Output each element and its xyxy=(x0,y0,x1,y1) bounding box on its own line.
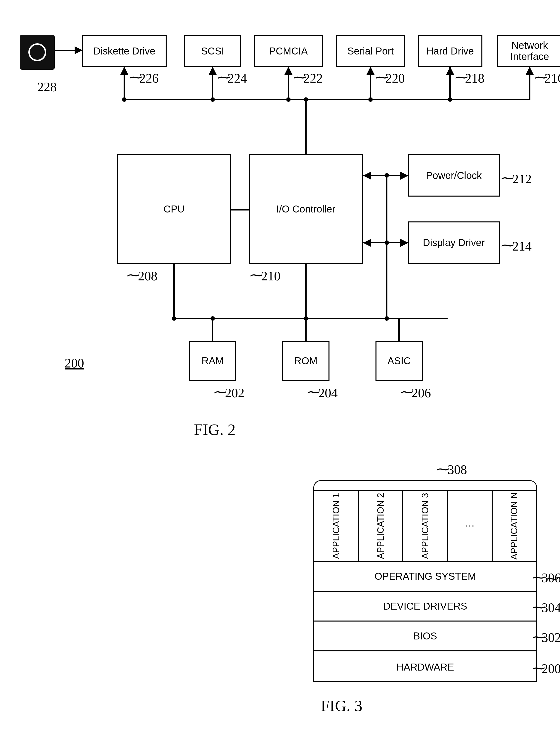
ref-204: 204 xyxy=(318,386,338,400)
hardware-label: HARDWARE xyxy=(396,662,454,673)
diskette-drive-box: Diskette Drive xyxy=(82,35,167,67)
diskette-drive-label: Diskette Drive xyxy=(93,46,155,57)
ref-220: 220 xyxy=(385,71,405,86)
app-ellipsis: ⋮ xyxy=(465,522,475,531)
ref-302-v: 302 xyxy=(542,630,560,645)
ref-212: 212 xyxy=(512,172,532,186)
display-driver-box: Display Driver xyxy=(408,221,500,264)
ref-228: 228 xyxy=(37,80,57,94)
serial-port-box: Serial Port xyxy=(336,35,405,67)
cpu-box: CPU xyxy=(117,154,231,264)
ref-208: 208 xyxy=(138,269,157,283)
io-bus-line xyxy=(124,99,530,100)
ref-304-v: 304 xyxy=(542,600,560,615)
hard-drive-label: Hard Drive xyxy=(426,46,474,57)
software-stack: APPLICATION 1 APPLICATION 2 APPLICATION … xyxy=(313,490,537,682)
ref-226: 226 xyxy=(139,71,159,86)
ram-box: RAM xyxy=(189,341,236,381)
ref-200-v: 200 xyxy=(542,661,560,676)
io-controller-label: I/O Controller xyxy=(276,203,335,215)
network-interface-label: Network Interface xyxy=(498,40,560,62)
os-label: OPERATING SYSTEM xyxy=(374,571,476,582)
apps-brace xyxy=(313,480,537,490)
power-clock-box: Power/Clock xyxy=(408,154,500,196)
asic-box: ASIC xyxy=(375,341,423,381)
drivers-label: DEVICE DRIVERS xyxy=(383,601,467,612)
ref-210: 210 xyxy=(261,269,280,283)
ref-216: 216 xyxy=(545,71,560,86)
ref-214: 214 xyxy=(512,239,532,253)
pcmcia-label: PCMCIA xyxy=(269,46,308,57)
ref-306-v: 306 xyxy=(542,571,560,585)
serial-port-label: Serial Port xyxy=(347,46,394,57)
rom-label: ROM xyxy=(294,355,317,367)
ref-202: 202 xyxy=(225,386,244,400)
io-controller-box: I/O Controller xyxy=(249,154,363,264)
ref-222: 222 xyxy=(303,71,323,86)
power-clock-label: Power/Clock xyxy=(426,170,482,181)
app-1-label: APPLICATION 1 xyxy=(331,493,341,559)
ref-308: 308 xyxy=(448,462,467,477)
display-driver-label: Display Driver xyxy=(423,237,485,248)
scsi-box: SCSI xyxy=(184,35,241,67)
app-3-label: APPLICATION 3 xyxy=(420,493,430,559)
network-interface-box: Network Interface xyxy=(497,35,560,67)
ref-218: 218 xyxy=(465,71,484,86)
asic-label: ASIC xyxy=(387,355,411,367)
bios-label: BIOS xyxy=(413,631,437,642)
diskette-icon xyxy=(20,35,55,70)
fig2-label: FIG. 2 xyxy=(194,421,235,439)
ram-label: RAM xyxy=(202,355,224,367)
rom-box: ROM xyxy=(282,341,329,381)
cpu-label: CPU xyxy=(164,203,185,215)
app-n-label: APPLICATION N xyxy=(509,492,519,560)
pcmcia-box: PCMCIA xyxy=(254,35,323,67)
app-2-label: APPLICATION 2 xyxy=(375,493,386,559)
hard-drive-box: Hard Drive xyxy=(418,35,482,67)
fig3-label: FIG. 3 xyxy=(321,697,362,715)
ref-200-fig2: 200 xyxy=(65,356,84,371)
ref-206: 206 xyxy=(412,386,431,400)
scsi-label: SCSI xyxy=(201,46,224,57)
ref-224: 224 xyxy=(228,71,247,86)
